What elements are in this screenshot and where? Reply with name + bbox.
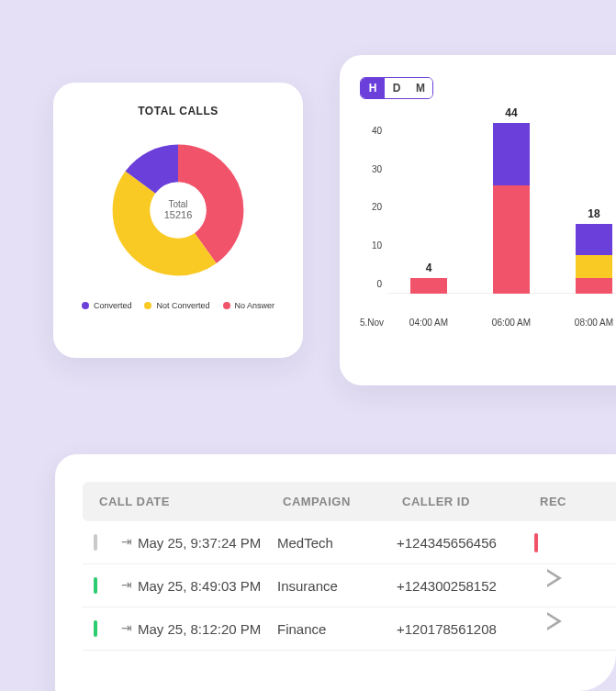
rec-button[interactable] [534, 621, 608, 637]
cell-call-date: ⇥ May 25, 8:12:20 PM [121, 621, 277, 637]
cell-caller-id: +124300258152 [397, 578, 534, 594]
bar-chart: 0 10 20 30 40 4 44 18 [387, 119, 616, 312]
toggle-month[interactable]: M [409, 78, 432, 98]
bars: 4 44 18 [387, 119, 616, 294]
y-tick: 0 [376, 279, 382, 289]
bar-0400: 4 [410, 278, 447, 294]
donut-center-label: Total [164, 199, 193, 209]
table-header: CALL DATE CAMPAIGN CALLER ID REC [83, 482, 616, 521]
cell-call-date: ⇥ May 25, 8:49:03 PM [121, 578, 277, 594]
bar-total: 18 [576, 207, 612, 220]
legend-item-no-answer: No Answer [223, 301, 275, 310]
time-toggle: H D M [360, 77, 433, 99]
outbound-icon: ⇥ [121, 577, 132, 592]
bar-seg-yellow [576, 255, 612, 278]
donut-center: Total 15216 [164, 199, 193, 220]
donut-legend: Converted Not Converted No Answer [70, 301, 286, 310]
legend-item-converted: Converted [82, 301, 132, 310]
bar-total: 44 [493, 106, 530, 119]
stop-icon [534, 533, 538, 552]
bar-0600: 44 [493, 123, 530, 294]
rec-button[interactable] [534, 578, 608, 594]
legend-label: No Answer [235, 301, 275, 310]
toggle-day[interactable]: D [385, 78, 409, 98]
cell-campaign: Insurance [277, 578, 397, 594]
bar-seg-purple [576, 224, 612, 255]
status-indicator [94, 620, 97, 637]
y-axis: 0 10 20 30 40 [360, 119, 387, 294]
hourly-calls-card: H D M 0 10 20 30 40 4 44 [340, 55, 616, 385]
y-tick: 40 [372, 125, 382, 135]
y-tick: 10 [372, 240, 382, 251]
donut-chart: Total 15216 [100, 132, 256, 288]
outbound-icon: ⇥ [121, 620, 132, 635]
rec-button[interactable] [534, 535, 608, 551]
total-calls-card: TOTAL CALLS Total 15216 Converted Not Co… [53, 83, 303, 358]
calls-table-card: CALL DATE CAMPAIGN CALLER ID REC ⇥ May 2… [55, 454, 616, 691]
bar-seg-purple [493, 123, 530, 185]
total-calls-title: TOTAL CALLS [70, 105, 286, 117]
bar-seg-red [493, 185, 530, 294]
call-date-text: May 25, 8:12:20 PM [138, 621, 261, 637]
table-row[interactable]: ⇥ May 25, 9:37:24 PM MedTech +1243456564… [83, 521, 616, 564]
x-tick: 06:00 AM [492, 318, 531, 328]
th-call-date: CALL DATE [99, 495, 283, 508]
th-caller-id: CALLER ID [402, 495, 540, 508]
y-tick: 30 [372, 163, 382, 173]
legend-dot [223, 302, 230, 309]
legend-dot [82, 302, 89, 309]
x-corner-date: 5.Nov [360, 318, 384, 328]
bar-0800: 18 [576, 224, 612, 294]
x-tick: 04:00 AM [409, 318, 448, 328]
status-indicator [94, 577, 97, 594]
x-axis: 5.Nov 04:00 AM 06:00 AM 08:00 AM [360, 318, 616, 328]
donut-center-value: 15216 [164, 209, 193, 220]
legend-label: Converted [94, 301, 132, 310]
legend-label: Not Converted [156, 301, 209, 310]
cell-call-date: ⇥ May 25, 9:37:24 PM [121, 535, 277, 551]
bar-seg-red [576, 278, 612, 294]
toggle-hour[interactable]: H [361, 78, 385, 98]
bar-seg-red [410, 278, 447, 294]
cell-campaign: Finance [277, 621, 397, 637]
cell-campaign: MedTech [277, 535, 397, 551]
cell-caller-id: +124345656456 [397, 535, 534, 551]
bar-total: 4 [410, 262, 447, 274]
th-campaign: CAMPAIGN [283, 495, 402, 508]
legend-item-not-converted: Not Converted [144, 301, 209, 310]
play-icon [534, 612, 549, 646]
status-indicator [94, 534, 97, 551]
x-tick: 08:00 AM [575, 318, 613, 328]
y-tick: 20 [372, 202, 382, 212]
call-date-text: May 25, 8:49:03 PM [138, 578, 261, 594]
cell-caller-id: +120178561208 [397, 621, 534, 637]
play-icon [534, 569, 549, 603]
table-row[interactable]: ⇥ May 25, 8:49:03 PM Insurance +12430025… [83, 564, 616, 607]
th-rec: REC [540, 495, 613, 508]
call-date-text: May 25, 9:37:24 PM [138, 535, 261, 551]
table-row[interactable]: ⇥ May 25, 8:12:20 PM Finance +1201785612… [83, 607, 616, 651]
legend-dot [144, 302, 151, 309]
outbound-icon: ⇥ [121, 534, 132, 549]
